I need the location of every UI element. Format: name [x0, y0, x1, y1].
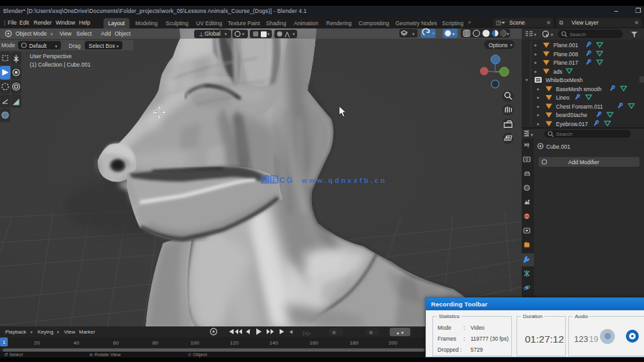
svg-text:▾: ▾	[531, 133, 533, 137]
svg-text:View: View	[64, 329, 75, 335]
svg-text:▾: ▾	[551, 32, 553, 37]
svg-text:▾: ▾	[401, 330, 404, 335]
svg-text:Drag: Drag	[69, 43, 81, 49]
svg-text:Playback: Playback	[5, 329, 27, 335]
svg-text:Plane.008: Plane.008	[553, 51, 579, 58]
svg-text:200: 200	[388, 340, 397, 346]
svg-text:www.qdnxxfb.cn: www.qdnxxfb.cn	[301, 176, 387, 184]
svg-text:80: 80	[153, 340, 159, 346]
svg-text:Chest Forearm.011: Chest Forearm.011	[556, 103, 603, 110]
svg-text:ads: ads	[553, 69, 562, 75]
svg-text:User Perspective: User Perspective	[30, 53, 72, 59]
svg-text:Cube.001: Cube.001	[546, 144, 570, 150]
svg-text:▸: ▸	[537, 104, 540, 109]
svg-text:60: 60	[113, 340, 119, 346]
svg-text:▾: ▾	[452, 32, 455, 36]
svg-text:20: 20	[34, 340, 40, 346]
svg-text:Object: Object	[115, 30, 131, 37]
svg-text:▸: ▸	[535, 60, 537, 65]
svg-text:▾: ▾	[55, 44, 58, 48]
svg-text:▸: ▸	[537, 95, 540, 100]
svg-text:Select Box: Select Box	[89, 43, 115, 49]
svg-text:Mode: Mode	[1, 42, 16, 48]
svg-text:Options: Options	[489, 42, 507, 48]
svg-text:▾: ▾	[117, 44, 119, 48]
svg-text:▾: ▾	[293, 32, 295, 36]
svg-text:Keying: Keying	[38, 329, 53, 335]
svg-text:▾: ▾	[50, 32, 53, 36]
svg-text:160: 160	[309, 340, 318, 346]
svg-text:▾: ▾	[412, 32, 415, 36]
svg-text:180: 180	[350, 340, 359, 346]
svg-text:Marker: Marker	[79, 329, 95, 335]
svg-text:beardStache: beardStache	[556, 112, 587, 118]
svg-text:▸: ▸	[535, 52, 537, 56]
svg-text:Add: Add	[101, 30, 111, 37]
svg-text:120: 120	[230, 340, 239, 346]
svg-text:Plane.017: Plane.017	[553, 59, 579, 66]
svg-text:Global: Global	[205, 30, 221, 37]
svg-text:Search: Search	[556, 131, 572, 137]
svg-text:40: 40	[74, 340, 80, 346]
svg-text:BaseMesh smooth: BaseMesh smooth	[556, 86, 602, 92]
svg-text:Object Mode: Object Mode	[16, 30, 47, 37]
svg-text:View: View	[60, 30, 72, 37]
svg-text:⚙: ⚙	[332, 330, 336, 335]
svg-text:Default: Default	[29, 43, 47, 49]
svg-text:▴: ▴	[397, 330, 399, 335]
svg-text:CG: CG	[280, 176, 294, 185]
svg-text:▸: ▸	[537, 87, 540, 91]
svg-text:▾: ▾	[267, 32, 270, 36]
svg-text:Eyebrow.017: Eyebrow.017	[556, 121, 588, 127]
svg-text:▾: ▾	[510, 43, 513, 47]
svg-text:▾: ▾	[526, 78, 528, 82]
svg-text:140: 140	[269, 340, 278, 346]
svg-text:Add Modifier: Add Modifier	[568, 159, 599, 165]
svg-text:1: 1	[3, 339, 6, 345]
svg-text:(1) Collection | Cube.001: (1) Collection | Cube.001	[30, 61, 91, 68]
svg-text:⊥: ⊥	[199, 31, 203, 37]
svg-text:▾: ▾	[242, 32, 245, 36]
svg-text:Search: Search	[570, 32, 586, 37]
svg-text:100: 100	[190, 340, 199, 346]
svg-text:▾: ▾	[534, 32, 537, 37]
svg-text:WhiteBoxMesh: WhiteBoxMesh	[546, 77, 583, 83]
svg-text:Plane.001: Plane.001	[553, 42, 579, 48]
svg-text:⚙: ⚙	[369, 330, 373, 335]
svg-text:▸: ▸	[537, 112, 540, 117]
svg-text:Lineo: Lineo	[556, 94, 570, 101]
svg-text:Select: Select	[76, 30, 92, 37]
svg-text:▸: ▸	[535, 69, 537, 74]
svg-text:▾: ▾	[507, 32, 509, 36]
svg-text:▷▷: ▷▷	[303, 330, 311, 336]
svg-text:⋀: ⋀	[284, 31, 290, 37]
svg-text:▾: ▾	[225, 32, 227, 36]
svg-text:▸: ▸	[535, 43, 537, 47]
svg-text:▸: ▸	[537, 122, 540, 126]
